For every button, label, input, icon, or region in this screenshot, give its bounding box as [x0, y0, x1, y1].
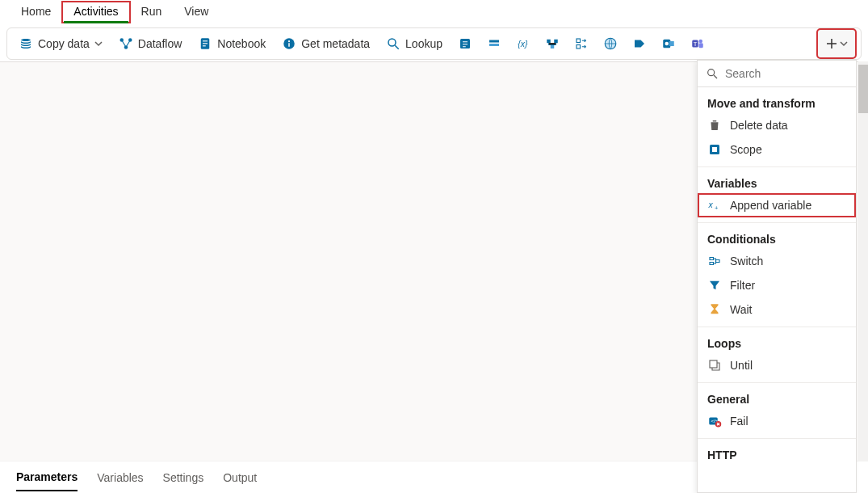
- svg-rect-13: [489, 40, 499, 43]
- lookup-button[interactable]: Lookup: [379, 33, 449, 54]
- svg-rect-28: [699, 43, 703, 48]
- item-fail[interactable]: </> Fail: [698, 409, 856, 433]
- item-scope[interactable]: Scope: [698, 137, 856, 162]
- tab-output[interactable]: Output: [223, 465, 257, 491]
- dataflow-icon: [119, 36, 133, 51]
- tab-home[interactable]: Home: [10, 2, 62, 23]
- section-conditionals: Conditionals Switch Filter Wait: [698, 223, 856, 327]
- scope-icon: [707, 142, 722, 157]
- variable-icon: {x}: [516, 36, 530, 51]
- svg-rect-20: [577, 45, 581, 49]
- foreach-icon: [574, 36, 589, 51]
- section-general: General </> Fail: [698, 383, 856, 439]
- section-title-general: General: [698, 388, 856, 409]
- svg-point-8: [288, 40, 290, 42]
- item-wait[interactable]: Wait: [698, 297, 856, 322]
- svg-point-0: [120, 38, 124, 42]
- globe-icon: [603, 36, 618, 51]
- tab-run[interactable]: Run: [130, 2, 174, 23]
- trash-icon: [707, 118, 722, 133]
- item-append-variable-label: Append variable: [730, 199, 811, 212]
- item-filter[interactable]: Filter: [698, 273, 856, 297]
- filter-icon: [707, 278, 722, 293]
- section-variables: Variables x+ Append variable: [698, 167, 856, 223]
- svg-text:T: T: [694, 40, 698, 48]
- functions-icon: [545, 36, 560, 51]
- svg-text:+: +: [715, 204, 719, 212]
- section-loops: Loops Until: [698, 327, 856, 383]
- section-title-http: HTTP: [698, 444, 856, 465]
- panel-search-row: [698, 61, 856, 87]
- search-icon: [386, 36, 400, 51]
- get-metadata-button[interactable]: Get metadata: [275, 33, 376, 54]
- plus-icon: [825, 37, 838, 50]
- activity-dropdown-panel: Move and transform Delete data Scope Var…: [697, 60, 857, 493]
- item-until-label: Until: [730, 359, 753, 372]
- item-until[interactable]: Until: [698, 353, 856, 377]
- section-move-transform: Move and transform Delete data Scope: [698, 87, 856, 167]
- svg-rect-35: [710, 360, 717, 368]
- fail-icon: </>: [707, 414, 722, 428]
- copy-data-button[interactable]: Copy data: [12, 33, 109, 54]
- svg-rect-23: [669, 41, 674, 46]
- set-variable-button[interactable]: {x}: [510, 31, 536, 57]
- svg-rect-19: [577, 39, 581, 43]
- switch-icon: [707, 254, 722, 268]
- item-append-variable[interactable]: x+ Append variable: [698, 193, 856, 217]
- svg-rect-14: [489, 44, 499, 46]
- outlook-icon: [661, 36, 676, 51]
- script-icon: [458, 36, 472, 51]
- svg-rect-32: [712, 147, 717, 152]
- item-delete-data[interactable]: Delete data: [698, 113, 856, 137]
- notebook-label: Notebook: [217, 37, 266, 50]
- add-activity-button[interactable]: [817, 29, 856, 58]
- invoke-pipeline-button[interactable]: [627, 31, 652, 57]
- page-scrollbar[interactable]: [858, 61, 868, 493]
- teams-activity-button[interactable]: T: [685, 31, 711, 57]
- tab-activities[interactable]: Activities: [62, 2, 129, 23]
- search-input[interactable]: [725, 67, 848, 80]
- copy-data-icon: [19, 36, 33, 51]
- section-title-loops: Loops: [698, 332, 856, 353]
- svg-line-30: [714, 75, 717, 78]
- section-title-conditionals: Conditionals: [698, 228, 856, 249]
- lookup-label: Lookup: [405, 37, 442, 50]
- svg-rect-17: [554, 40, 558, 44]
- functions-button[interactable]: [539, 31, 565, 57]
- get-metadata-label: Get metadata: [301, 37, 370, 50]
- web-activity-button[interactable]: [598, 31, 623, 57]
- foreach-button[interactable]: [568, 31, 594, 57]
- svg-point-10: [388, 39, 396, 46]
- notebook-button[interactable]: Notebook: [191, 33, 272, 54]
- tab-settings[interactable]: Settings: [163, 465, 204, 491]
- svg-rect-6: [203, 45, 206, 46]
- stored-procedure-button[interactable]: [481, 31, 507, 57]
- svg-point-24: [665, 42, 669, 46]
- svg-text:{x}: {x}: [518, 39, 528, 48]
- svg-point-1: [128, 38, 132, 42]
- tab-view[interactable]: View: [173, 2, 220, 23]
- section-title-move-transform: Move and transform: [698, 92, 856, 113]
- svg-text:x: x: [708, 200, 714, 209]
- outlook-activity-button[interactable]: [656, 31, 681, 57]
- tab-variables[interactable]: Variables: [97, 465, 143, 491]
- item-wait-label: Wait: [730, 303, 752, 316]
- info-icon: [282, 36, 296, 51]
- item-delete-data-label: Delete data: [730, 119, 788, 132]
- section-title-variables: Variables: [698, 172, 856, 193]
- svg-line-11: [395, 45, 399, 49]
- hourglass-icon: [707, 302, 722, 317]
- svg-point-27: [699, 40, 703, 44]
- item-fail-label: Fail: [730, 415, 748, 428]
- toolbar-container: Copy data Dataflow Notebook Get metadata…: [0, 24, 868, 63]
- script-activity-button[interactable]: [452, 31, 478, 57]
- tab-parameters[interactable]: Parameters: [16, 464, 78, 491]
- item-switch[interactable]: Switch: [698, 249, 856, 273]
- copy-data-label: Copy data: [38, 37, 90, 50]
- notebook-icon: [198, 36, 212, 51]
- search-icon: [706, 67, 719, 80]
- item-scope-label: Scope: [730, 143, 762, 156]
- dataflow-button[interactable]: Dataflow: [112, 33, 188, 54]
- item-filter-label: Filter: [730, 279, 755, 292]
- stored-procedure-icon: [487, 36, 501, 51]
